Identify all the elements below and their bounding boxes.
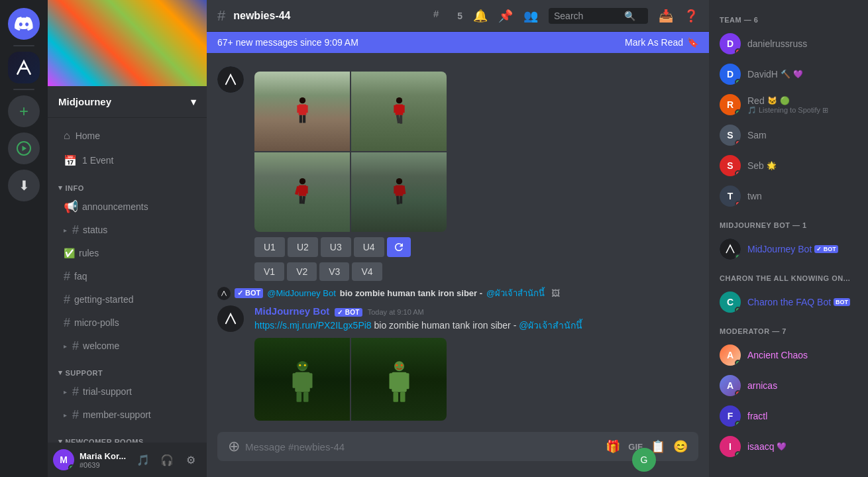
dnd-status-sam — [735, 140, 741, 146]
message-time: Today at 9:10 AM — [368, 308, 424, 316]
channel-list: ⌂ Home 📅 1 Event ▾ INFO 📢 announcements … — [48, 118, 207, 443]
deafen-button[interactable]: 🎧 — [156, 449, 178, 470]
message-group-zombie: MidJourney Bot ✓ BOT Today at 9:10 AM ht… — [207, 303, 709, 423]
v2-button[interactable]: V2 — [287, 262, 317, 281]
u1-button[interactable]: U1 — [254, 237, 285, 257]
svg-rect-33 — [303, 392, 309, 401]
search-icon: 🔍 — [624, 11, 635, 21]
channel-rules[interactable]: ✅ rules — [53, 242, 201, 264]
server-list: + ⬇ — [0, 0, 48, 477]
member-avatar-sam: S — [720, 125, 741, 146]
channel-announcements[interactable]: 📢 announcements — [53, 195, 201, 218]
svg-rect-40 — [403, 373, 409, 389]
member-twn[interactable]: T twn — [714, 182, 863, 211]
isaacq-badge: 💜 — [777, 442, 787, 451]
search-box[interactable]: 🔍 — [549, 8, 648, 24]
message-input[interactable] — [245, 433, 600, 460]
svg-point-35 — [299, 364, 301, 366]
member-mj-bot[interactable]: MidJourney Bot ✓ BOT — [714, 235, 863, 264]
add-file-button[interactable]: ⊕ — [228, 438, 240, 455]
pin-icon[interactable]: 📌 — [498, 9, 513, 23]
member-davidh[interactable]: D DavidH 🔨 💜 — [714, 60, 863, 89]
member-name-danielrussruss: danielrussruss — [747, 38, 857, 49]
svg-rect-24 — [394, 186, 397, 194]
u4-button[interactable]: U4 — [354, 237, 384, 257]
category-info[interactable]: ▾ INFO — [48, 173, 207, 195]
member-arnicas[interactable]: A arnicas — [714, 371, 863, 400]
refresh-button[interactable] — [387, 237, 411, 257]
download-icon[interactable]: ⬇ — [8, 170, 40, 201]
u3-button[interactable]: U3 — [321, 237, 351, 257]
gift-icon[interactable]: 🎁 — [606, 439, 620, 454]
message-link[interactable]: https://s.mj.run/PX2ILgx5Pi8 — [254, 320, 372, 331]
svg-marker-2 — [23, 146, 27, 151]
bot-avatar-2 — [217, 305, 244, 332]
samurai-img-4 — [351, 152, 447, 232]
discord-icon[interactable] — [8, 8, 40, 40]
svg-point-37 — [394, 361, 404, 371]
channel-trial-support[interactable]: ▸ # trial-support — [53, 380, 201, 403]
bot-badge: ✓ BOT — [335, 308, 362, 317]
member-avatar-arnicas: A — [720, 375, 741, 396]
nav-event[interactable]: 📅 1 Event — [53, 148, 201, 172]
bot-tag-mj: ✓ BOT — [814, 245, 838, 253]
notification-icon[interactable]: 🔔 — [473, 9, 488, 23]
member-name-arnicas: arnicas — [747, 380, 777, 391]
member-name-twn: twn — [747, 191, 857, 201]
member-red[interactable]: R Red 🐱 🟢 🎵 Listening to Spotify ⊞ — [714, 90, 863, 119]
v3-button[interactable]: V3 — [319, 262, 349, 281]
members-icon[interactable]: # — [433, 7, 447, 24]
explore-icon[interactable] — [8, 132, 40, 164]
main-content: # newbies-44 # 5 🔔 📌 👥 🔍 📥 ❓ 67+ new mes… — [207, 0, 709, 477]
charon-section-header: CHARON THE ALL KNOWING ON... — [714, 269, 863, 285]
member-isaacq[interactable]: I isaacq 💜 — [714, 432, 863, 461]
nav-home[interactable]: ⌂ Home — [53, 124, 201, 148]
help-icon[interactable]: ❓ — [684, 9, 698, 23]
member-avatar-red: R — [720, 94, 741, 115]
members-sidebar: TEAM — 6 D danielrussruss D DavidH 🔨 💜 R — [709, 0, 868, 477]
channel-micro-polls[interactable]: # micro-polls — [53, 311, 201, 334]
mark-as-read-button[interactable]: Mark As Read 🔖 — [625, 37, 698, 48]
member-fractl[interactable]: F fractl — [714, 401, 863, 431]
member-avatar-danielrussruss: D — [720, 33, 741, 54]
v1-button[interactable]: V1 — [254, 262, 284, 281]
zombie-image-grid — [254, 338, 447, 421]
category-newcomer[interactable]: ▾ NEWCOMER ROOMS — [48, 427, 207, 443]
member-ancient-chaos[interactable]: A Ancient Chaos — [714, 341, 863, 370]
search-input[interactable] — [554, 11, 620, 21]
member-avatar-seb: S — [720, 155, 741, 176]
user-tag: #0639 — [80, 461, 127, 469]
add-server-icon[interactable]: + — [8, 95, 40, 127]
channel-faq[interactable]: # faq — [53, 265, 201, 288]
settings-button[interactable]: ⚙ — [180, 449, 201, 470]
new-messages-bar[interactable]: 67+ new messages since 9:09 AM Mark As R… — [207, 32, 709, 53]
svg-point-22 — [396, 178, 402, 184]
category-support[interactable]: ▾ SUPPORT — [48, 358, 207, 380]
people-icon[interactable]: 👥 — [523, 9, 538, 23]
samurai-image-grid — [254, 72, 447, 232]
dnd-status-arnicas — [735, 390, 741, 396]
svg-point-4 — [299, 97, 305, 103]
member-danielrussruss[interactable]: D danielrussruss — [714, 29, 863, 58]
inbox-icon[interactable]: 📥 — [659, 9, 673, 23]
emoji-icon[interactable]: 😊 — [673, 439, 688, 454]
channel-status[interactable]: ▸ # status — [53, 219, 201, 241]
chat-area: U1 U2 U3 U4 V1 V2 V3 V4 — [207, 53, 709, 432]
channel-welcome[interactable]: ▸ # welcome — [53, 335, 201, 357]
mute-button[interactable]: 🎵 — [133, 449, 154, 470]
member-seb[interactable]: S Seb 🌟 — [714, 151, 863, 180]
v4-button[interactable]: V4 — [352, 262, 382, 281]
channel-member-support[interactable]: ▸ # member-support — [53, 403, 201, 426]
midjourney-server-icon[interactable] — [8, 52, 40, 83]
team-section-header: TEAM — 6 — [714, 11, 863, 26]
member-sam[interactable]: S Sam — [714, 121, 863, 150]
member-charon-bot[interactable]: C Charon the FAQ Bot BOT — [714, 288, 863, 317]
online-status-isaacq — [735, 451, 741, 457]
member-name-charon: Charon the FAQ Bot — [747, 297, 831, 307]
svg-point-43 — [396, 364, 398, 366]
channel-getting-started[interactable]: # getting-started — [53, 288, 201, 311]
u2-button[interactable]: U2 — [288, 237, 318, 257]
server-name[interactable]: Midjourney ▾ — [48, 86, 207, 118]
svg-point-10 — [396, 97, 402, 103]
channel-hash-icon: # — [217, 7, 225, 25]
